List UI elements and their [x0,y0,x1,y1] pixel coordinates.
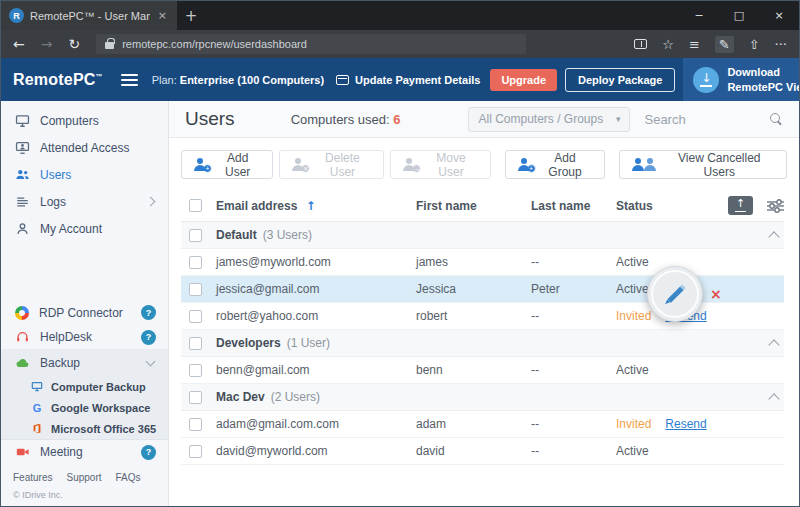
sidebar-item-helpdesk[interactable]: HelpDesk ? [1,325,168,349]
download-label-line2: RemotePC Viewer [727,81,799,93]
footer-link-faqs[interactable]: FAQs [116,472,141,483]
app-header: RemotePC™ Plan:Enterprise (100 Computers… [1,58,799,101]
tab-close-icon[interactable]: × [156,9,169,22]
close-button[interactable]: × [759,1,799,30]
column-first-name[interactable]: First name [416,199,531,213]
row-checkbox[interactable] [189,445,202,458]
address-field[interactable]: remotepc.com/rpcnew/userdashboard [96,34,526,54]
export-icon[interactable] [728,196,753,215]
edit-user-button[interactable] [647,266,703,322]
last-name-cell: -- [531,255,616,269]
tab-title: RemotePC™ - User Man [30,10,150,22]
menu-icon[interactable] [121,74,138,86]
office-365-icon [31,423,43,434]
table-row[interactable]: adam@gmail.com.com adam -- Invited Resen… [181,411,784,438]
sidebar-item-google-workspace[interactable]: G Google Workspace [1,397,168,418]
browser-tab[interactable]: R RemotePC™ - User Man × [1,1,177,30]
maximize-button[interactable]: □ [719,1,759,30]
group-checkbox[interactable] [189,229,202,242]
help-badge-icon[interactable]: ? [141,330,156,345]
update-payment-link[interactable]: Update Payment Details [336,74,480,86]
collapse-chevron-icon[interactable] [768,231,779,242]
row-checkbox[interactable] [189,364,202,377]
new-tab-button[interactable]: + [177,1,205,30]
logs-icon [15,195,30,209]
sidebar-item-my-account[interactable]: My Account [1,216,168,243]
help-badge-icon[interactable]: ? [141,445,156,460]
table-row[interactable]: david@myworld.com david -- Active [181,438,784,465]
delete-row-icon[interactable]: × [710,286,722,302]
filter-icon[interactable] [767,199,784,213]
forward-icon[interactable]: → [41,37,53,51]
sidebar-item-meeting[interactable]: Meeting ? [1,439,168,464]
minimize-button[interactable]: ─ [679,1,719,30]
select-all-checkbox[interactable] [189,199,202,212]
refresh-icon[interactable]: ↻ [68,37,80,51]
move-user-button[interactable]: → Move User [390,150,490,179]
sidebar-item-office-365[interactable]: Microsoft Office 365 [1,418,168,439]
collapse-chevron-icon[interactable] [768,339,779,350]
collapse-chevron-icon[interactable] [768,393,779,404]
first-name-cell: benn [416,363,531,377]
sidebar-item-computer-backup[interactable]: Computer Backup [1,376,168,397]
column-email[interactable]: Email address ↑ [216,199,416,213]
footer-link-features[interactable]: Features [13,472,52,483]
group-row-developers[interactable]: Developers (1 User) [181,330,784,357]
browser-window: R RemotePC™ - User Man × + ─ □ × ← → ↻ r… [0,0,800,507]
page-title: Users [185,108,235,130]
url-text[interactable]: remotepc.com/rpcnew/userdashboard [122,38,307,50]
caret-down-icon: ▾ [616,114,621,124]
sidebar-footer: Features Support FAQs © IDrive Inc. [1,464,168,506]
download-viewer-button[interactable]: ↓ Download RemotePC Viewer [683,58,799,101]
group-row-default[interactable]: Default (3 Users) [181,222,784,249]
add-user-button[interactable]: + Add User [181,150,273,179]
helpdesk-icon [15,330,30,344]
add-group-button[interactable]: + Add Group [505,150,605,179]
more-menu-icon[interactable]: ··· [775,38,787,51]
last-name-cell: -- [531,363,616,377]
column-last-name[interactable]: Last name [531,199,616,213]
web-note-icon[interactable]: ✎ [715,36,734,53]
deploy-package-button[interactable]: Deploy Package [565,68,675,92]
sidebar-item-rdp-connector[interactable]: RDP Connector ? [1,301,168,325]
view-cancelled-users-button[interactable]: View Cancelled Users [619,150,787,179]
sidebar-item-backup[interactable]: Backup [1,349,168,376]
search-input[interactable] [644,112,762,127]
computers-used: Computers used: 6 [291,112,401,127]
email-cell: jessica@gmail.com [216,282,416,296]
status-text: Active [616,255,649,269]
row-checkbox[interactable] [189,283,202,296]
hub-icon[interactable]: ≡ [689,38,700,51]
favorites-star-icon[interactable]: ☆ [662,38,674,51]
copyright: © IDrive Inc. [13,490,168,500]
table-row[interactable]: james@myworld.com james -- Active [181,249,784,276]
search-icon[interactable] [770,113,783,126]
share-icon[interactable]: ⇧ [749,38,760,51]
sidebar-item-users[interactable]: Users [1,161,168,188]
row-checkbox[interactable] [189,256,202,269]
back-icon[interactable]: ← [13,37,25,51]
group-row-mac-dev[interactable]: Mac Dev (2 Users) [181,384,784,411]
favicon: R [9,8,24,23]
sidebar-item-logs[interactable]: Logs [1,188,168,215]
help-badge-icon[interactable]: ? [141,305,156,320]
table-row[interactable]: benn@gmail.com benn -- Active [181,357,784,384]
column-status[interactable]: Status [616,199,653,213]
sidebar-item-attended-access[interactable]: Attended Access [1,134,168,161]
row-checkbox[interactable] [189,418,202,431]
row-checkbox[interactable] [189,310,202,323]
upgrade-button[interactable]: Upgrade [490,69,557,91]
group-checkbox[interactable] [189,337,202,350]
main-panel: Users Computers used: 6 All Computers / … [169,101,799,506]
delete-user-button[interactable]: × Delete User [279,150,384,179]
email-cell: james@myworld.com [216,255,416,269]
group-checkbox[interactable] [189,391,202,404]
reading-view-icon[interactable] [634,39,647,49]
account-icon [15,222,30,236]
resend-link[interactable]: Resend [665,417,706,431]
sort-ascending-icon[interactable]: ↑ [306,199,316,213]
email-cell: david@myworld.com [216,444,416,458]
footer-link-support[interactable]: Support [66,472,101,483]
sidebar-item-computers[interactable]: Computers [1,107,168,134]
group-filter-dropdown[interactable]: All Computers / Groups ▾ [468,107,630,132]
